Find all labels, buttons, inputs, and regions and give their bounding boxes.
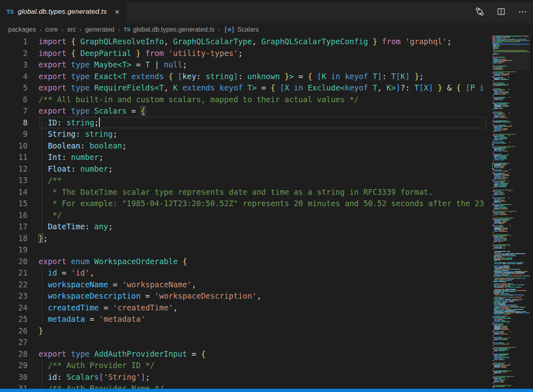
breadcrumb-separator: › <box>218 26 220 33</box>
line-number[interactable]: 21 <box>0 267 28 279</box>
code-text: export type AddAuthProviderInput = { <box>39 348 206 360</box>
breadcrumb-item-generated[interactable]: generated <box>85 26 114 33</box>
line-number[interactable]: 9 <box>0 128 28 140</box>
code-text: import { DeepPartial } from 'utility-typ… <box>39 47 243 59</box>
breadcrumb-item-packages[interactable]: packages <box>8 26 36 33</box>
code-line-10[interactable]: 10 Boolean: boolean; <box>0 140 489 152</box>
code-line-20[interactable]: 20export enum WorkspaceOrderable { <box>0 256 489 267</box>
breadcrumb-item-scalars[interactable]: [⊘]Scalars <box>224 26 259 33</box>
line-number[interactable]: 7 <box>0 105 28 117</box>
line-number[interactable]: 1 <box>0 36 28 47</box>
tab-global-db-types[interactable]: TS global.db.types.generated.ts × <box>0 0 126 23</box>
line-number[interactable]: 22 <box>0 279 28 291</box>
status-bar[interactable] <box>0 389 533 392</box>
breadcrumb: packages›core›src›generated›TSglobal.db.… <box>0 23 533 36</box>
code-line-9[interactable]: 9 String: string; <box>0 128 489 140</box>
close-tab-icon[interactable]: × <box>115 8 120 16</box>
line-number[interactable]: 24 <box>0 302 28 314</box>
line-number[interactable]: 13 <box>0 174 28 186</box>
code-line-24[interactable]: 24 createdTime = 'createdTime', <box>0 302 489 314</box>
code-line-2[interactable]: 2import { DeepPartial } from 'utility-ty… <box>0 47 489 59</box>
breadcrumb-item-global-db-types-generated-ts[interactable]: TSglobal.db.types.generated.ts <box>124 26 215 33</box>
code-text: export type Maybe<T> = T | null; <box>39 59 187 71</box>
scrollbar-track[interactable] <box>530 36 533 389</box>
code-line-1[interactable]: 1import { GraphQLResolveInfo, GraphQLSca… <box>0 36 489 47</box>
editor-actions <box>475 0 527 23</box>
tab-title: global.db.types.generated.ts <box>18 8 107 16</box>
vscode-window: TS global.db.types.generated.ts × <box>0 0 533 392</box>
line-number[interactable]: 5 <box>0 82 28 94</box>
line-number[interactable]: 30 <box>0 371 28 383</box>
code-text: * The DateTime scalar type represents da… <box>39 186 433 198</box>
code-text: DateTime: any; <box>39 221 113 233</box>
line-number[interactable]: 31 <box>0 383 28 389</box>
line-number[interactable]: 6 <box>0 94 28 106</box>
code-text: createdTime = 'createdTime', <box>39 302 178 314</box>
breadcrumb-separator: › <box>62 26 64 33</box>
line-number[interactable]: 18 <box>0 233 28 244</box>
line-number[interactable]: 19 <box>0 244 28 256</box>
line-number[interactable]: 16 <box>0 209 28 221</box>
code-line-15[interactable]: 15 * For example: "1985-04-12T23:20:50.5… <box>0 198 489 209</box>
type-symbol-icon: [⊘] <box>224 26 235 33</box>
line-number[interactable]: 4 <box>0 71 28 82</box>
line-number[interactable]: 28 <box>0 348 28 360</box>
code-line-27[interactable]: 27 <box>0 336 489 348</box>
code-line-17[interactable]: 17 DateTime: any; <box>0 221 489 233</box>
breadcrumb-label: generated <box>85 26 114 33</box>
line-number[interactable]: 3 <box>0 59 28 71</box>
code-line-14[interactable]: 14 * The DateTime scalar type represents… <box>0 186 489 198</box>
code-line-30[interactable]: 30 id: Scalars['String']; <box>0 371 489 383</box>
code-line-7[interactable]: 7export type Scalars = { <box>0 105 489 117</box>
split-editor-icon[interactable] <box>496 7 506 16</box>
code-line-5[interactable]: 5export type RequireFields<T, K extends … <box>0 82 489 94</box>
code-line-19[interactable]: 19 <box>0 244 489 256</box>
code-line-21[interactable]: 21 id = 'id', <box>0 267 489 279</box>
line-number[interactable]: 17 <box>0 221 28 233</box>
breadcrumb-item-src[interactable]: src <box>67 26 76 33</box>
code-line-4[interactable]: 4export type Exact<T extends { [key: str… <box>0 71 489 82</box>
line-number[interactable]: 8 <box>0 117 28 129</box>
line-number[interactable]: 26 <box>0 325 28 337</box>
line-number[interactable]: 11 <box>0 151 28 163</box>
more-actions-icon[interactable] <box>518 7 527 16</box>
line-number[interactable]: 27 <box>0 336 28 348</box>
breadcrumb-label: packages <box>8 26 36 33</box>
code-line-16[interactable]: 16 */ <box>0 209 489 221</box>
code-line-25[interactable]: 25 metadata = 'metadata' <box>0 313 489 325</box>
code-editor[interactable]: 1import { GraphQLResolveInfo, GraphQLSca… <box>0 36 489 389</box>
line-number[interactable]: 15 <box>0 198 28 209</box>
breadcrumb-label: src <box>67 26 76 33</box>
line-number[interactable]: 23 <box>0 290 28 302</box>
line-number[interactable]: 25 <box>0 313 28 325</box>
line-number[interactable]: 2 <box>0 47 28 59</box>
code-line-31[interactable]: 31 /** Auth Provider Name */ <box>0 383 489 389</box>
code-line-11[interactable]: 11 Int: number; <box>0 151 489 163</box>
minimap[interactable] <box>492 36 530 389</box>
line-number[interactable]: 29 <box>0 360 28 371</box>
code-line-13[interactable]: 13 /** <box>0 174 489 186</box>
code-line-6[interactable]: 6/** All built-in and custom scalars, ma… <box>0 94 489 106</box>
breadcrumb-item-core[interactable]: core <box>45 26 58 33</box>
typescript-file-icon: TS <box>6 9 14 15</box>
code-line-8[interactable]: 8 ID: string; <box>0 117 489 129</box>
code-line-26[interactable]: 26} <box>0 325 489 337</box>
code-line-29[interactable]: 29 /** Auth Provider ID */ <box>0 360 489 371</box>
code-line-28[interactable]: 28export type AddAuthProviderInput = { <box>0 348 489 360</box>
line-number[interactable]: 12 <box>0 163 28 175</box>
code-line-23[interactable]: 23 workspaceDescription = 'workspaceDesc… <box>0 290 489 302</box>
code-text: */ <box>39 209 62 221</box>
code-text: }; <box>39 233 48 244</box>
line-number[interactable]: 10 <box>0 140 28 152</box>
code-line-12[interactable]: 12 Float: number; <box>0 163 489 175</box>
code-text: id = 'id', <box>39 267 94 279</box>
open-changes-icon[interactable] <box>475 7 484 16</box>
code-text: export type Scalars = { <box>39 105 145 117</box>
line-number[interactable]: 20 <box>0 256 28 267</box>
code-line-22[interactable]: 22 workspaceName = 'workspaceName', <box>0 279 489 291</box>
code-line-3[interactable]: 3export type Maybe<T> = T | null; <box>0 59 489 71</box>
code-text: * For example: "1985-04-12T23:20:50.52Z"… <box>39 198 484 209</box>
code-text: } <box>39 325 43 337</box>
code-line-18[interactable]: 18}; <box>0 233 489 244</box>
line-number[interactable]: 14 <box>0 186 28 198</box>
